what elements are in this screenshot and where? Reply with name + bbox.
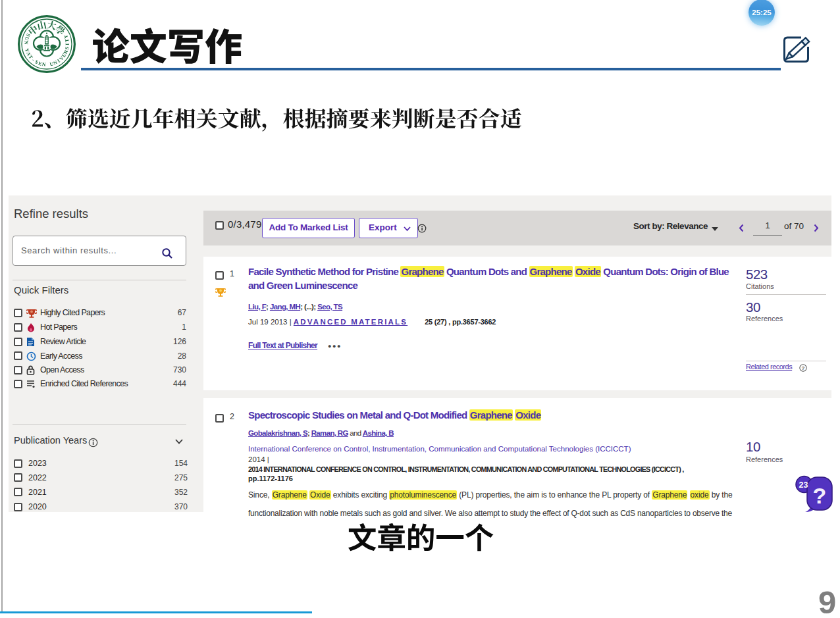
svg-text:23: 23 [799, 480, 808, 490]
svg-text:?: ? [813, 483, 827, 508]
svg-text:?: ? [802, 365, 805, 371]
